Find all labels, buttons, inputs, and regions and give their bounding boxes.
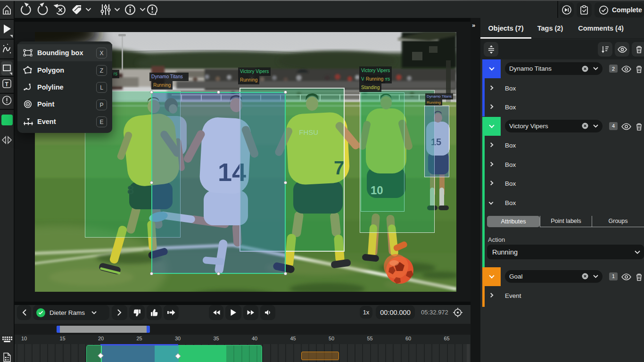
svg-text:T: T [5,81,9,88]
